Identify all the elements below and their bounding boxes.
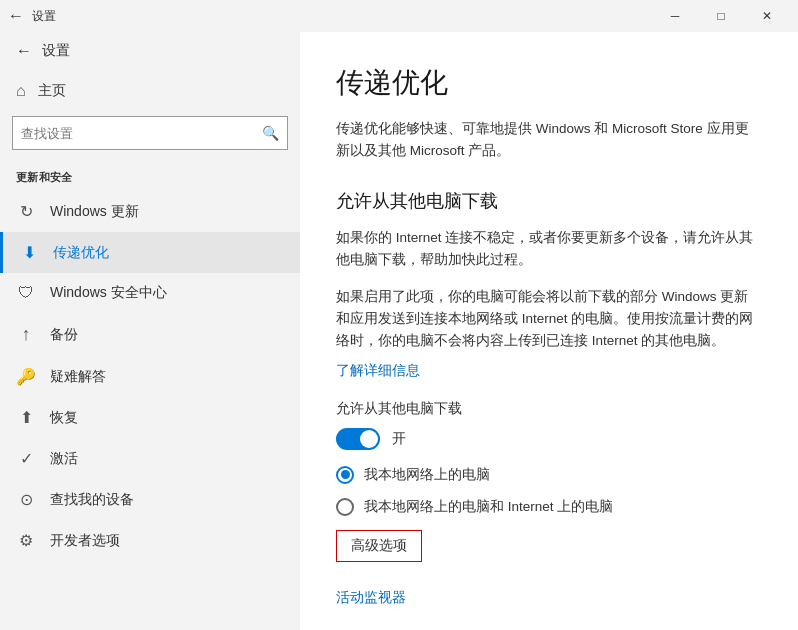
maximize-button[interactable]: □ — [698, 0, 744, 32]
toggle-on-label: 开 — [392, 430, 406, 448]
sidebar-item-troubleshoot[interactable]: 🔑 疑难解答 — [0, 356, 300, 397]
find-device-icon: ⊙ — [16, 490, 36, 509]
developer-icon: ⚙ — [16, 531, 36, 550]
sidebar: ← 设置 ⌂ 主页 🔍 更新和安全 ↻ Windows 更新 ⬇ 传递优化 🛡 … — [0, 32, 300, 630]
delivery-optimization-label: 传递优化 — [53, 244, 109, 262]
page-title: 传递优化 — [336, 64, 762, 102]
windows-update-icon: ↻ — [16, 202, 36, 221]
nav-back-button[interactable]: ← 设置 — [0, 32, 300, 70]
close-button[interactable]: ✕ — [744, 0, 790, 32]
sidebar-item-developer[interactable]: ⚙ 开发者选项 — [0, 520, 300, 561]
search-icon[interactable]: 🔍 — [254, 125, 287, 141]
sidebar-item-activation[interactable]: ✓ 激活 — [0, 438, 300, 479]
windows-security-label: Windows 安全中心 — [50, 284, 167, 302]
titlebar-title: 设置 — [32, 8, 56, 25]
sidebar-item-home[interactable]: ⌂ 主页 — [0, 70, 300, 112]
allow-download-toggle[interactable] — [336, 428, 380, 450]
sidebar-item-windows-update[interactable]: ↻ Windows 更新 — [0, 191, 300, 232]
recovery-icon: ⬆ — [16, 408, 36, 427]
radio-internet[interactable]: 我本地网络上的电脑和 Internet 上的电脑 — [336, 498, 762, 516]
back-arrow-icon[interactable]: ← — [8, 7, 24, 25]
back-label: 设置 — [42, 42, 70, 60]
toggle-row: 开 — [336, 428, 762, 450]
sidebar-item-windows-security[interactable]: 🛡 Windows 安全中心 — [0, 273, 300, 313]
sidebar-item-recovery[interactable]: ⬆ 恢复 — [0, 397, 300, 438]
sidebar-item-find-device[interactable]: ⊙ 查找我的设备 — [0, 479, 300, 520]
titlebar-left: ← 设置 — [8, 7, 56, 25]
activation-icon: ✓ — [16, 449, 36, 468]
search-box[interactable]: 🔍 — [12, 116, 288, 150]
backup-icon: ↑ — [16, 324, 36, 345]
delivery-optimization-icon: ⬇ — [19, 243, 39, 262]
minimize-button[interactable]: ─ — [652, 0, 698, 32]
titlebar-controls: ─ □ ✕ — [652, 0, 790, 32]
app-container: ← 设置 ⌂ 主页 🔍 更新和安全 ↻ Windows 更新 ⬇ 传递优化 🛡 … — [0, 32, 798, 630]
section-desc-1: 如果你的 Internet 连接不稳定，或者你要更新多个设备，请允许从其他电脑下… — [336, 227, 762, 272]
activity-monitor-link[interactable]: 活动监视器 — [336, 590, 406, 605]
sidebar-item-backup[interactable]: ↑ 备份 — [0, 313, 300, 356]
sidebar-item-delivery-optimization[interactable]: ⬇ 传递优化 — [0, 232, 300, 273]
learn-more-link[interactable]: 了解详细信息 — [336, 362, 420, 380]
windows-security-icon: 🛡 — [16, 284, 36, 302]
page-description: 传递优化能够快速、可靠地提供 Windows 和 Microsoft Store… — [336, 118, 762, 161]
backup-label: 备份 — [50, 326, 78, 344]
troubleshoot-label: 疑难解答 — [50, 368, 106, 386]
radio-local-network[interactable]: 我本地网络上的电脑 — [336, 466, 762, 484]
radio-local-network-label: 我本地网络上的电脑 — [364, 466, 490, 484]
activation-label: 激活 — [50, 450, 78, 468]
recovery-label: 恢复 — [50, 409, 78, 427]
home-icon: ⌂ — [16, 82, 26, 100]
section-heading: 允许从其他电脑下载 — [336, 189, 762, 213]
sidebar-section-title: 更新和安全 — [0, 162, 300, 191]
search-input[interactable] — [13, 122, 254, 145]
section-desc-2: 如果启用了此项，你的电脑可能会将以前下载的部分 Windows 更新和应用发送到… — [336, 286, 762, 353]
windows-update-label: Windows 更新 — [50, 203, 139, 221]
troubleshoot-icon: 🔑 — [16, 367, 36, 386]
back-icon: ← — [16, 42, 32, 60]
main-panel: 传递优化 传递优化能够快速、可靠地提供 Windows 和 Microsoft … — [300, 32, 798, 630]
radio-internet-circle — [336, 498, 354, 516]
advanced-options-button[interactable]: 高级选项 — [336, 530, 422, 562]
radio-internet-label: 我本地网络上的电脑和 Internet 上的电脑 — [364, 498, 613, 516]
radio-local-network-circle — [336, 466, 354, 484]
find-device-label: 查找我的设备 — [50, 491, 134, 509]
home-label: 主页 — [38, 82, 66, 100]
titlebar: ← 设置 ─ □ ✕ — [0, 0, 798, 32]
sub-label: 允许从其他电脑下载 — [336, 400, 762, 418]
developer-label: 开发者选项 — [50, 532, 120, 550]
